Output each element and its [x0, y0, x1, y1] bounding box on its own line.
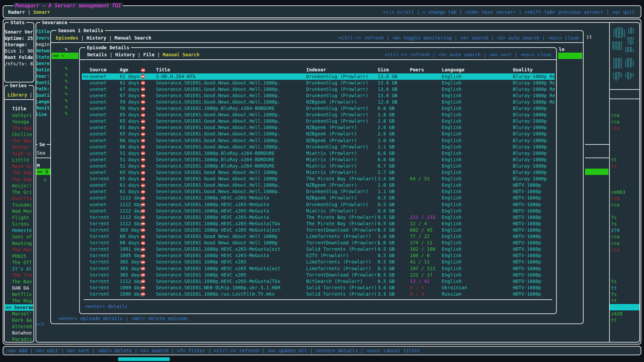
cell-source: torrent — [90, 176, 109, 182]
release-row[interactable]: =>usenet61 daysS-HD.H.264-NTbDrunkenSlug… — [82, 73, 555, 80]
release-row[interactable]: torrent1112 daysSeverance S01E01 1080p H… — [82, 214, 555, 221]
release-row[interactable]: usenet65 daysSeverance.S01E01.Good.News.… — [82, 118, 555, 124]
library-cell-fragment: rca — [611, 112, 620, 119]
release-row[interactable]: usenet51 daysSeverance.S01E01.1080p.BluR… — [82, 157, 555, 163]
cell-size: 3.0 GB — [378, 285, 395, 291]
season-tab-manual-search[interactable]: Manual Search — [114, 35, 151, 41]
scrollbar-thumb[interactable] — [118, 357, 170, 361]
release-row[interactable]: torrent65 daysSeverance S01E01 Good News… — [82, 176, 555, 182]
series-list-item[interactable]: Keijo!! — [4, 183, 33, 189]
series-list-item[interactable]: Flight — [4, 215, 33, 221]
release-row[interactable]: torrent60 daysSeverance S01E01 Good News… — [82, 233, 555, 240]
tab-separator: | — [135, 52, 143, 57]
release-row[interactable]: usenet50 daysSeverance.S01E01.1080p.BluR… — [82, 105, 555, 112]
release-row[interactable]: torrent365 daysSeverance S01E01 1080p HE… — [82, 265, 555, 272]
series-list-item[interactable]: The Emp — [4, 176, 33, 183]
release-row[interactable]: usenet65 daysSeverance S01E01 Good News … — [82, 169, 555, 176]
release-row[interactable]: usenet51 daysSeverance.S01E01.1080p.BluR… — [82, 150, 555, 157]
no-entry-icon — [141, 188, 145, 195]
stats-title: Stats — [9, 19, 26, 25]
release-row[interactable]: torrent365 daysSeverance S01E01 1080p HE… — [82, 259, 555, 265]
tab-sonarr[interactable]: Sonarr — [33, 9, 50, 15]
series-list-item[interactable]: The Tra — [4, 272, 33, 279]
release-row[interactable]: torrent365 daysSeverance S01E01 1080p HE… — [82, 227, 555, 233]
series-list-item[interactable]: The Qwa — [4, 125, 33, 131]
series-list-item[interactable]: Sirens — [4, 221, 33, 227]
library-cell-fragment: z420 — [611, 311, 623, 317]
series-list-item[interactable]: Washing — [4, 240, 33, 247]
episode-tab-file[interactable]: File — [143, 52, 155, 57]
series-list-item[interactable]: Sons of — [4, 234, 33, 240]
cell-size: 0.5 GB — [378, 201, 395, 208]
series-list-item[interactable]: Mad Men — [4, 208, 33, 215]
cell-source: torrent — [90, 291, 109, 297]
release-row[interactable]: usenet61 daysSeverance.S01E01.Good.News.… — [82, 182, 555, 188]
release-row[interactable]: usenet1112 daysSeverance.S01E01.1080p.HE… — [82, 208, 555, 214]
series-list-item[interactable]: DAN DA — [4, 285, 33, 291]
cell-age: 65 days — [120, 131, 140, 137]
tab-library[interactable]: Library — [7, 92, 27, 98]
season-tab-episodes[interactable]: Episodes — [56, 35, 78, 41]
selected-episode-row-left[interactable]: => ✎ — [52, 53, 78, 59]
cell-indexer: DrunkenSlug (Prowlarr) — [306, 144, 368, 150]
season-tab-history[interactable]: History — [87, 35, 106, 41]
release-row[interactable]: usenet59 daysSeverance.S01E01.Good.News.… — [82, 99, 555, 105]
release-row[interactable]: usenet61 daysSeverance.S01E01.Good.News.… — [82, 188, 555, 195]
series-list-item[interactable]: Altered — [4, 323, 33, 330]
release-row[interactable]: usenet65 daysSeverance.S01E01.Good.News.… — [82, 131, 555, 137]
release-row[interactable]: torrent1090 daysSeverance.S01E01.1080p.r… — [82, 291, 555, 297]
series-list-item[interactable]: The Way — [4, 138, 33, 144]
release-row[interactable]: torrent1009 daysSeverance.S01E01.WEB-DLR… — [82, 285, 555, 291]
series-list-item[interactable]: The Gri — [4, 189, 33, 195]
series-list-item[interactable]: Homeste — [4, 227, 33, 234]
release-row[interactable]: torrent60 daysSeverance S01E01 Good News… — [82, 240, 555, 246]
release-row[interactable]: usenet66 daysSeverance.S01E01.Good.News.… — [82, 137, 555, 144]
series-list-item[interactable]: Batwhee — [4, 330, 33, 336]
cell-language: English — [442, 124, 462, 131]
no-entry-icon — [141, 86, 145, 93]
release-row[interactable]: usenet66 daysSeverance.S01E01.Good.News.… — [82, 144, 555, 150]
tab-radarr[interactable]: Radarr — [8, 9, 25, 15]
series-list-item[interactable]: The Off — [4, 259, 33, 266]
series-list-item[interactable]: Chillin — [4, 131, 33, 138]
series-list-item[interactable]: Little — [4, 157, 33, 163]
release-row[interactable]: usenet1112 daysSeverance.S01E01.1080p.HE… — [82, 195, 555, 201]
severance-field-label: Netwo — [36, 48, 52, 54]
series-list-item[interactable]: Yosuga — [4, 119, 33, 125]
episode-tab-details[interactable]: Details — [87, 52, 107, 57]
release-row[interactable]: usenet61 daysSeverance.S01E01.Good.News.… — [82, 80, 555, 86]
episode-tab-manual-search[interactable]: Manual Search — [163, 52, 200, 57]
no-entry-icon — [141, 144, 145, 150]
release-row[interactable]: torrent1112 daysSeverance.S01E01.1080p.H… — [82, 278, 555, 285]
episode-tab-history[interactable]: History — [115, 52, 135, 57]
release-row[interactable]: torrent1091 daysSeverance.S01E01.1080p.H… — [82, 246, 555, 252]
release-row[interactable]: torrent1112 daysSeverance.S01E01.1080p.H… — [82, 221, 555, 227]
series-list-item[interactable]: Overflo — [4, 195, 33, 202]
release-row[interactable]: usenet65 daysSeverance.S01E01.Good.News.… — [82, 124, 555, 131]
series-list-item[interactable]: Marvel' — [4, 311, 33, 317]
series-list-item[interactable]: The Rev — [4, 247, 33, 253]
series-list-item[interactable]: Mask Gi — [4, 163, 33, 170]
release-row[interactable]: usenet1112 daysSeverance.S01E01.1080p.HE… — [82, 201, 555, 208]
release-row[interactable]: torrent1095 daysSeverance S01E01 1080p H… — [82, 252, 555, 259]
release-row[interactable]: usenet67 daysSeverance.S01E01.Good.News.… — [82, 86, 555, 93]
series-list-item[interactable]: Paradis — [4, 336, 33, 343]
library-cell-fragment: fs — [611, 215, 617, 221]
release-row[interactable]: usenet67 daysSeverance.S01E01.Good.News.… — [82, 93, 555, 99]
release-row[interactable]: usenet51 daysSeverance.S01E01.1080p.BluR… — [82, 163, 555, 169]
series-list-item[interactable]: => Severan — [4, 304, 33, 311]
series-list-item[interactable]: It's Al — [4, 266, 33, 272]
series-list-item[interactable]: PEN15 — [4, 253, 33, 259]
series-list-item[interactable]: Hunter — [4, 144, 33, 150]
series-list-item[interactable]: Valkyri — [4, 112, 33, 119]
release-row[interactable]: usenet65 daysSeverance.S01E01.Good.News.… — [82, 112, 555, 118]
series-list-item[interactable]: The Emp — [4, 170, 33, 176]
series-list-item[interactable]: The Nig — [4, 298, 33, 304]
series-list-item[interactable]: Netflix — [4, 291, 33, 298]
release-row[interactable]: torrent365 daysSeverance S01E01 1080p HE… — [82, 272, 555, 278]
series-list-item[interactable]: The Nan — [4, 279, 33, 285]
series-list-item[interactable]: High Sc — [4, 150, 33, 157]
series-list-item[interactable]: Tsunami — [4, 202, 33, 208]
cell-title: Severance.S01E01.Good.News.About.Hell.10… — [156, 112, 280, 118]
series-list-item[interactable]: Dark Ga — [4, 317, 33, 323]
